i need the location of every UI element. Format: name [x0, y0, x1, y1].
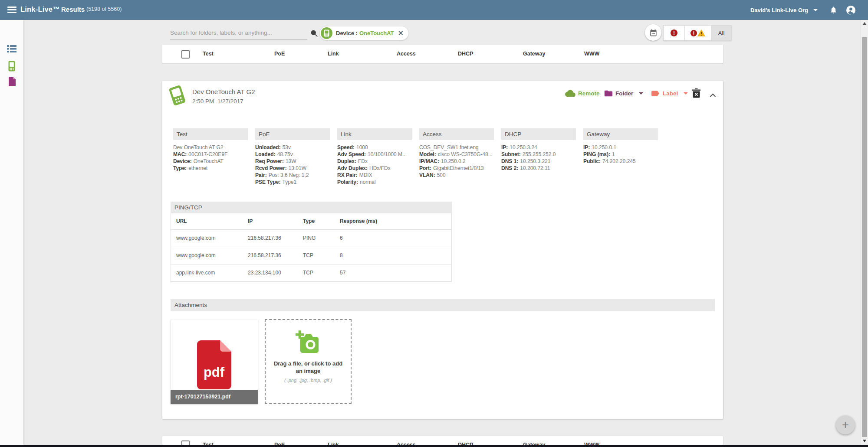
ping-col-url: URL: [176, 213, 187, 229]
scrollbar-thumb[interactable]: [862, 37, 867, 437]
section-test-title: Test: [173, 128, 248, 140]
calendar-icon: [649, 29, 658, 37]
result-title: Dev OneTouch AT G2: [192, 88, 255, 95]
section-link-title: Link: [337, 128, 412, 140]
org-caret-icon[interactable]: [813, 9, 818, 11]
hamburger-menu-icon[interactable]: [7, 7, 16, 13]
ping-tcp-panel: PING/TCP URL IP Type Response (ms) www.g…: [171, 202, 452, 282]
topbar-right-cluster: David's Link-Live Org: [750, 0, 856, 20]
link-live-app: Link-Live™ Results (5198 of 5560) David'…: [0, 0, 868, 447]
column-test: Test: [203, 45, 214, 63]
file-dropzone[interactable]: Drag a file, or click to add an image ( …: [265, 319, 352, 404]
label-caret-icon: [684, 92, 688, 95]
ping-tcp-table: URL IP Type Response (ms) www.google.com…: [171, 213, 452, 282]
filter-chip-device[interactable]: Device : OneTouchAT ✕: [319, 26, 409, 40]
report-document-icon: [8, 77, 16, 86]
section-gateway-title: Gateway: [583, 128, 658, 140]
section-link: Link Speed:1000 Adv Speed:10/100/1000 M.…: [337, 128, 412, 186]
result-timestamp: 2:50 PM 1/27/2017: [192, 98, 243, 104]
scroll-down-arrow-icon[interactable]: [863, 440, 866, 442]
error-alert-icon: [690, 30, 697, 36]
results-column-header: Test PoE Link Access DHCP Gateway WWW: [162, 45, 723, 63]
chip-filter-key: Device :: [336, 30, 358, 36]
column-access: Access: [397, 45, 416, 63]
sidebar-item-reports[interactable]: [0, 77, 23, 86]
error-alert-icon: [671, 29, 677, 36]
dropzone-instruction: Drag a file, or click to add an image: [272, 360, 345, 375]
section-poe: PoE Unloaded:53v Loaded:48.75v Req Power…: [255, 128, 330, 186]
column-dhcp: DHCP: [458, 45, 473, 63]
page-title: Results: [61, 6, 85, 13]
window-bottom-edge: [0, 445, 868, 447]
delete-result-button[interactable]: [692, 88, 700, 100]
remote-label: Remote: [578, 90, 600, 97]
column-link: Link: [328, 45, 339, 63]
filter-all-segment[interactable]: All: [711, 26, 731, 40]
label-label: Label: [663, 90, 678, 97]
app-brand: Link-Live™: [20, 5, 60, 13]
pdf-file-icon: pdf: [197, 340, 231, 391]
folder-label: Folder: [615, 90, 633, 97]
notifications-bell-icon[interactable]: [829, 6, 838, 14]
attachment-pdf-card[interactable]: pdf rpt-170127153921.pdf: [171, 320, 258, 404]
result-card: Dev OneTouch AT G2 2:50 PM 1/27/2017 Rem…: [162, 81, 723, 419]
sidebar-item-units[interactable]: [0, 61, 23, 72]
label-tag-icon: [651, 90, 660, 97]
folder-dropdown[interactable]: Folder: [604, 90, 643, 97]
folder-icon: [604, 90, 613, 97]
status-filter-segmented-control: All: [663, 25, 732, 41]
trash-icon: [692, 88, 700, 98]
table-row: www.google.com 216.58.217.36 TCP 8: [171, 247, 451, 264]
folder-caret-icon: [639, 92, 643, 95]
attachment-file-name: rpt-170127153921.pdf: [171, 390, 258, 404]
section-poe-title: PoE: [255, 128, 330, 140]
ping-tcp-title: PING/TCP: [171, 202, 452, 213]
chip-filter-value: OneTouchAT: [359, 30, 394, 36]
date-filter-button[interactable]: [645, 24, 661, 41]
collapse-chevron-icon[interactable]: [710, 91, 716, 99]
filter-errors-warnings-segment[interactable]: [684, 26, 711, 40]
results-list-icon: [7, 45, 16, 52]
label-dropdown[interactable]: Label: [651, 90, 688, 97]
section-gateway: Gateway IP:10.250.0.1 PING (ms):1 Public…: [583, 128, 658, 165]
left-nav-sidebar: [0, 20, 23, 447]
ping-col-type: Type: [303, 213, 315, 229]
ping-col-ip: IP: [248, 213, 253, 229]
add-photo-camera-icon: [296, 330, 321, 355]
device-icon: [8, 61, 15, 72]
section-access: Access COS_DEV_SW1.fnet.eng Model:cisco …: [419, 128, 494, 179]
cloud-icon: [565, 90, 575, 97]
org-selector[interactable]: David's Link-Live Org: [750, 7, 808, 13]
column-www: WWW: [584, 45, 599, 63]
column-poe: PoE: [274, 45, 285, 63]
top-app-bar: Link-Live™ Results (5198 of 5560) David'…: [0, 0, 868, 20]
search-icon[interactable]: [310, 29, 319, 40]
chip-device-icon: [321, 27, 332, 39]
scroll-up-arrow-icon[interactable]: [863, 22, 866, 25]
sidebar-item-results[interactable]: [0, 45, 23, 52]
chip-remove-icon[interactable]: ✕: [398, 30, 404, 37]
filter-errors-segment[interactable]: [664, 26, 684, 40]
select-all-checkbox[interactable]: [181, 50, 190, 59]
remote-status-badge: Remote: [565, 90, 600, 97]
column-gateway: Gateway: [523, 45, 545, 63]
account-avatar-icon[interactable]: [846, 5, 856, 15]
dropzone-formats: ( .png, .jpg, .bmp, .gif ): [284, 378, 332, 383]
vertical-scrollbar[interactable]: [861, 20, 868, 447]
attachments-title: Attachments: [171, 299, 715, 311]
pdf-badge-text: pdf: [204, 365, 225, 380]
add-result-fab[interactable]: +: [836, 415, 855, 434]
table-row: app.link-live.com 23.23.134.100 TCP 57: [171, 264, 451, 281]
search-input[interactable]: [170, 26, 307, 39]
ping-tcp-header-row: URL IP Type Response (ms): [171, 213, 451, 229]
ping-col-response: Response (ms): [340, 213, 377, 229]
section-dhcp: DHCP IP:10.250.3.24 Subnet:255.255.252.0…: [501, 128, 576, 172]
warning-triangle-icon: [697, 29, 705, 36]
table-row: www.google.com 216.58.217.36 PING 6: [171, 229, 451, 247]
section-access-title: Access: [419, 128, 494, 140]
results-count: (5198 of 5560): [86, 6, 122, 12]
section-test: Test Dev OneTouch AT G2 MAC:00C017-C20E9…: [173, 128, 248, 172]
section-dhcp-title: DHCP: [501, 128, 576, 140]
onetouch-device-icon: [168, 85, 187, 108]
